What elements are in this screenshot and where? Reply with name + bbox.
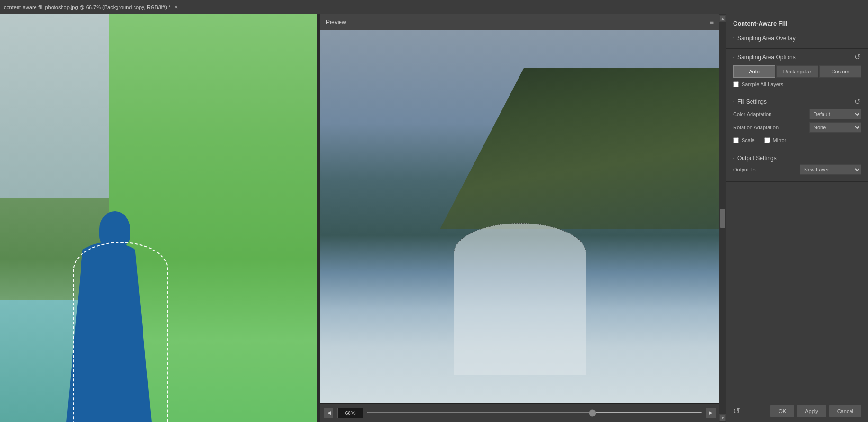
footer-reset-button[interactable]: ↺ — [733, 406, 740, 416]
scale-mirror-row: Scale Mirror — [733, 135, 861, 145]
scroll-up-button[interactable]: ▲ — [719, 15, 726, 22]
fill-settings-title: Fill Settings — [737, 99, 767, 105]
sampling-options-header-left: ‹ Sampling Area Options — [733, 54, 796, 61]
sampling-options-title: Sampling Area Options — [737, 54, 796, 61]
sampling-options-chevron: ‹ — [733, 55, 734, 60]
scale-checkbox[interactable] — [733, 137, 739, 143]
sampling-rectangular-button[interactable]: Rectangular — [776, 65, 818, 78]
output-settings-header-left: ‹ Output Settings — [733, 155, 777, 162]
sampling-overlay-header-left: › Sampling Area Overlay — [733, 35, 796, 42]
scale-label: Scale — [742, 137, 755, 143]
color-adaptation-label: Color Adaptation — [733, 111, 790, 117]
ok-button[interactable]: OK — [770, 405, 794, 417]
sampling-auto-button[interactable]: Auto — [733, 65, 775, 78]
scroll-track[interactable]: ▲ ▼ — [719, 14, 726, 422]
preview-title: Preview — [326, 19, 346, 26]
preview-image-area — [320, 30, 719, 403]
sampling-overlay-header[interactable]: › Sampling Area Overlay — [733, 35, 861, 42]
color-adaptation-row: Color Adaptation None Default High Very … — [733, 109, 861, 119]
fill-settings-section: ‹ Fill Settings ↺ Color Adaptation None … — [726, 93, 868, 151]
preview-menu-icon[interactable]: ≡ — [710, 18, 714, 26]
rotation-adaptation-row: Rotation Adaptation None Low Medium High… — [733, 122, 861, 133]
canvas-person-head — [99, 211, 130, 247]
sampling-options-section: ‹ Sampling Area Options ↺ Auto Rectangul… — [726, 49, 868, 93]
sampling-overlay-chevron: › — [733, 36, 734, 41]
sampling-custom-button[interactable]: Custom — [819, 65, 861, 78]
preview-zoom-input[interactable]: 68% — [337, 408, 363, 418]
mirror-row: Mirror — [764, 137, 787, 143]
right-panel: Content-Aware Fill › Sampling Area Overl… — [726, 14, 868, 422]
scroll-thumb[interactable] — [720, 209, 725, 228]
sampling-options-reset-button[interactable]: ↺ — [853, 53, 861, 62]
preview-selection-outline — [454, 223, 586, 375]
mirror-label: Mirror — [773, 137, 787, 143]
output-settings-header[interactable]: ‹ Output Settings — [733, 155, 861, 162]
fill-settings-header-left: ‹ Fill Settings — [733, 99, 767, 105]
canvas-area[interactable] — [0, 14, 317, 422]
sampling-overlay-section: › Sampling Area Overlay — [726, 31, 868, 49]
rotation-adaptation-label: Rotation Adaptation — [733, 125, 790, 130]
selection-marching-ants — [73, 242, 168, 422]
output-to-row: Output To Current Layer New Layer Duplic… — [733, 164, 861, 175]
preview-zoom-slider[interactable] — [367, 412, 702, 413]
sampling-type-buttons: Auto Rectangular Custom — [733, 65, 861, 78]
top-bar: content-aware-fill-photoshop.jpg @ 66.7%… — [0, 0, 868, 14]
tab-close-button[interactable]: × — [174, 4, 178, 10]
scale-row: Scale — [733, 137, 755, 143]
rotation-adaptation-select[interactable]: None Low Medium High Full — [809, 122, 861, 133]
output-settings-chevron: ‹ — [733, 156, 734, 161]
scroll-down-button[interactable]: ▼ — [719, 414, 726, 421]
preview-header: Preview ≡ — [320, 14, 719, 30]
fill-settings-chevron: ‹ — [733, 99, 734, 104]
output-settings-title: Output Settings — [737, 155, 777, 162]
fill-settings-reset-button[interactable]: ↺ — [853, 97, 861, 106]
sample-all-layers-label: Sample All Layers — [742, 81, 783, 87]
sample-all-layers-row: Sample All Layers — [733, 81, 861, 87]
color-adaptation-select[interactable]: None Default High Very High — [809, 109, 861, 119]
sample-all-layers-checkbox[interactable] — [733, 81, 739, 87]
preview-nav-left[interactable]: ◀ — [324, 408, 333, 418]
mirror-checkbox[interactable] — [764, 137, 770, 143]
sampling-options-header[interactable]: ‹ Sampling Area Options ↺ — [733, 53, 861, 62]
fill-settings-header[interactable]: ‹ Fill Settings ↺ — [733, 97, 861, 106]
apply-button[interactable]: Apply — [797, 405, 826, 417]
output-to-select[interactable]: Current Layer New Layer Duplicate Layer — [800, 164, 861, 175]
main-layout: Preview ≡ ◀ 68% ▶ ▲ ▼ Content-Aware Fill — [0, 14, 868, 422]
output-settings-section: ‹ Output Settings Output To Current Laye… — [726, 151, 868, 182]
panel-footer: ↺ OK Apply Cancel — [726, 400, 868, 422]
tab-title: content-aware-fill-photoshop.jpg @ 66.7%… — [4, 4, 170, 10]
panel-header: Content-Aware Fill — [726, 14, 868, 31]
output-to-label: Output To — [733, 167, 756, 172]
panel-title: Content-Aware Fill — [733, 20, 787, 27]
cancel-button[interactable]: Cancel — [829, 405, 861, 417]
sampling-overlay-title: Sampling Area Overlay — [737, 35, 796, 42]
preview-footer: ◀ 68% ▶ — [320, 403, 719, 422]
preview-panel: Preview ≡ ◀ 68% ▶ — [320, 14, 719, 422]
preview-nav-right[interactable]: ▶ — [706, 408, 716, 418]
canvas-sky — [0, 14, 109, 198]
